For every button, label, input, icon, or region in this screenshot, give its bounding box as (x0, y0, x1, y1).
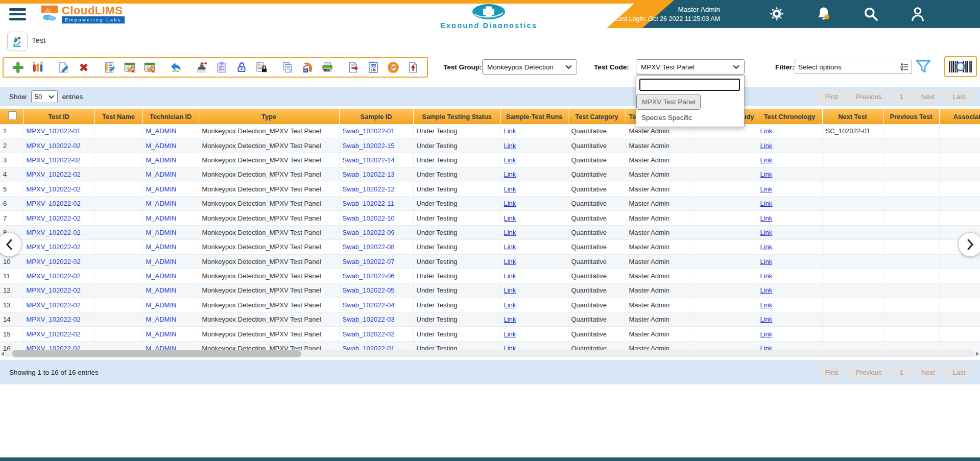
sample_test_runs-link[interactable]: Link (504, 286, 516, 294)
sample_test_runs-link[interactable]: Link (504, 127, 516, 135)
sign-off-icon[interactable] (195, 61, 208, 75)
sample_id-value[interactable]: Swab_102022-10 (343, 214, 395, 222)
hamburger-menu-icon[interactable] (9, 8, 26, 20)
column-header-test_category[interactable]: Test Category (568, 109, 626, 124)
test_id-value[interactable]: MPXV_102022-02 (27, 301, 81, 309)
column-header-test_id[interactable]: Test ID (23, 109, 94, 124)
test_chronology-link[interactable]: Link (760, 258, 773, 265)
technician_id-value[interactable]: M_ADMIN (146, 330, 177, 338)
test_chronology-link[interactable]: Link (760, 316, 773, 323)
technician_id-value[interactable]: M_ADMIN (146, 286, 177, 294)
test_id-value[interactable]: MPXV_102022-02 (27, 243, 81, 251)
filter-multiselect[interactable]: Select options (795, 60, 912, 74)
sample_test_runs-link[interactable]: Link (504, 185, 516, 193)
test_id-value[interactable]: MPXV_102022-02 (27, 142, 81, 150)
sample_test_runs-link[interactable]: Link (504, 214, 516, 222)
test_id-value[interactable]: MPXV_102022-02 (27, 330, 81, 338)
scrollbar-right-arrow[interactable] (976, 352, 979, 356)
test_chronology-link[interactable]: Link (760, 185, 773, 193)
sample_test_runs-link[interactable]: Link (504, 200, 516, 207)
test_chronology-link[interactable]: Link (760, 229, 773, 236)
scrollbar-thumb[interactable] (12, 350, 301, 357)
test_chronology-link[interactable]: Link (760, 301, 773, 309)
test_id-value[interactable]: MPXV_102022-01 (27, 127, 81, 135)
sample_id-value[interactable]: Swab_102022-07 (343, 258, 395, 265)
test_chronology-link[interactable]: Link (760, 200, 773, 207)
test_chronology-link[interactable]: Link (760, 272, 773, 280)
sample_test_runs-link[interactable]: Link (504, 258, 516, 265)
scrollbar-left-arrow[interactable] (1, 352, 4, 356)
sample_test_runs-link[interactable]: Link (504, 301, 516, 309)
technician_id-value[interactable]: M_ADMIN (146, 156, 177, 164)
technician_id-value[interactable]: M_ADMIN (146, 142, 177, 150)
technician_id-value[interactable]: M_ADMIN (146, 229, 177, 236)
column-header-sample_test_runs[interactable]: Sample-Test Runs (500, 109, 568, 124)
barcode-search-button[interactable] (944, 56, 977, 77)
test_id-value[interactable]: MPXV_102022-02 (27, 214, 81, 222)
technician_id-value[interactable]: M_ADMIN (146, 243, 177, 251)
sample_id-value[interactable]: Swab_102022-05 (343, 286, 395, 294)
notifications-bell-icon[interactable] (816, 6, 832, 22)
page-first-button[interactable]: First (819, 366, 845, 379)
export-icon[interactable] (347, 61, 360, 75)
dropdown-search-input[interactable] (639, 79, 740, 91)
test_id-value[interactable]: MPXV_102022-02 (27, 272, 81, 280)
pending-tasks-icon[interactable] (387, 61, 400, 75)
print-barcode-icon[interactable] (321, 61, 334, 75)
test_id-value[interactable]: MPXV_102022-02 (27, 200, 81, 207)
technician_id-value[interactable]: M_ADMIN (146, 258, 177, 265)
test-group-select[interactable]: Monkeypox Detection (482, 59, 577, 75)
technician_id-value[interactable]: M_ADMIN (146, 316, 177, 323)
sample_test_runs-link[interactable]: Link (504, 171, 516, 178)
column-header-associated_tests[interactable]: Associated Tests (939, 109, 980, 124)
edit-form-icon[interactable] (103, 61, 116, 75)
horizontal-scrollbar[interactable] (5, 350, 975, 357)
funnel-filter-icon[interactable] (914, 58, 933, 76)
test_chronology-link[interactable]: Link (760, 142, 773, 150)
sample_test_runs-link[interactable]: Link (504, 243, 516, 251)
column-header-test_name[interactable]: Test Name (94, 109, 142, 124)
page-first-button[interactable]: First (819, 90, 845, 104)
technician_id-value[interactable]: M_ADMIN (146, 214, 177, 222)
test_chronology-link[interactable]: Link (760, 171, 773, 178)
technician_id-value[interactable]: M_ADMIN (146, 185, 177, 193)
test_id-value[interactable]: MPXV_102022-02 (27, 286, 81, 294)
scroll-right-button[interactable] (958, 232, 980, 257)
sample_id-value[interactable]: Swab_102022-02 (343, 330, 395, 338)
test_chronology-link[interactable]: Link (760, 156, 773, 164)
test_chronology-link[interactable]: Link (760, 330, 773, 338)
sample_test_runs-link[interactable]: Link (504, 272, 516, 280)
column-header-test_chronology[interactable]: Test Chronology (757, 109, 822, 124)
sample_id-value[interactable]: Swab_102022-09 (343, 229, 395, 236)
test_chronology-link[interactable]: Link (760, 127, 773, 135)
test_id-value[interactable]: MPXV_102022-02 (27, 316, 81, 323)
dropdown-option[interactable]: MPXV Test Panel (636, 94, 701, 110)
sample_id-value[interactable]: Swab_102022-11 (343, 200, 394, 207)
test_chronology-link[interactable]: Link (760, 286, 773, 294)
import-icon[interactable] (407, 61, 420, 75)
column-header-sample_id[interactable]: Sample ID (339, 109, 413, 124)
page-last-button[interactable]: Last (946, 366, 972, 379)
delete-icon[interactable] (77, 61, 90, 75)
column-header-type[interactable]: Type (199, 109, 339, 124)
sample_id-value[interactable]: Swab_102022-14 (343, 156, 395, 164)
cloudlims-logo[interactable]: CloudLIMS Empowering Labs (41, 5, 125, 25)
undo-icon[interactable] (169, 61, 182, 75)
sample_test_runs-link[interactable]: Link (504, 156, 516, 164)
revise-icon[interactable]: R (143, 61, 156, 75)
page-1-button[interactable]: 1 (893, 90, 910, 104)
page-previous-button[interactable]: Previous (849, 366, 889, 379)
sample_test_runs-link[interactable]: Link (504, 229, 516, 236)
dropdown-option[interactable]: Species Specific (636, 110, 744, 126)
test_id-value[interactable]: MPXV_102022-02 (27, 156, 81, 164)
test-code-select[interactable]: MPXV Test Panel (636, 59, 745, 75)
report-icon[interactable] (367, 61, 380, 75)
sample_id-value[interactable]: Swab_102022-15 (343, 142, 395, 150)
sample_id-value[interactable]: Swab_102022-01 (343, 127, 395, 135)
technician_id-value[interactable]: M_ADMIN (146, 272, 177, 280)
sample_id-value[interactable]: Swab_102022-04 (343, 301, 395, 309)
search-icon[interactable] (863, 6, 879, 22)
technician_id-value[interactable]: M_ADMIN (146, 127, 177, 135)
settings-gear-icon[interactable] (769, 6, 785, 22)
page-next-button[interactable]: Next (915, 366, 942, 379)
